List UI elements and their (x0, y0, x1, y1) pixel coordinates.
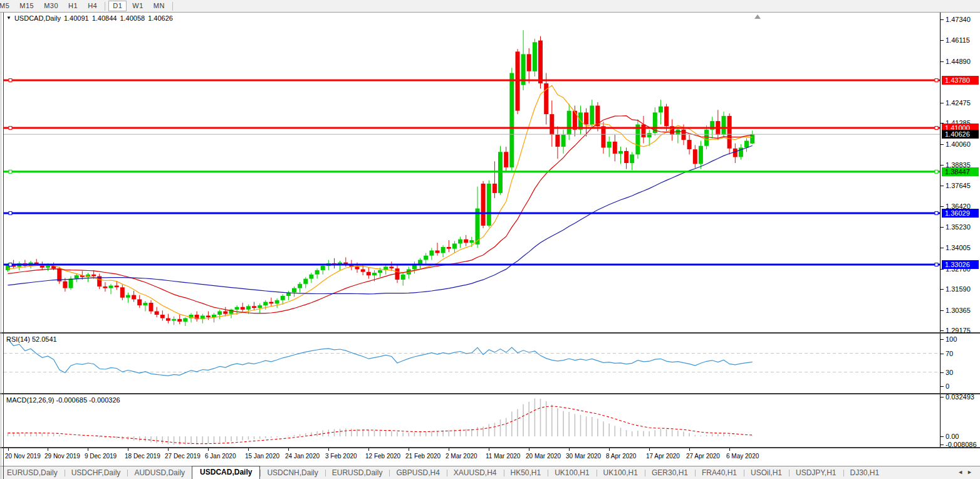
chart-high-value: 1.40844 (92, 14, 117, 22)
mt4-terminal: M5M15M30H1H4D1W1MN ▼ USDCAD,Daily 1.4009… (0, 0, 980, 479)
date-label: 20 Nov 2019 (5, 453, 41, 460)
chart-tab-eurusd-daily[interactable]: EURUSD,Daily (325, 467, 390, 479)
timeframe-button-d1[interactable]: D1 (108, 1, 127, 11)
rsi-tick-label: 100 (946, 335, 957, 344)
timeframe-toolbar: M5M15M30H1H4D1W1MN (0, 0, 980, 13)
time-tick (689, 448, 690, 451)
chart-tab-eurusd-daily[interactable]: EURUSD,Daily (0, 467, 65, 479)
chart-tab-usdcad-daily[interactable]: USDCAD,Daily (192, 466, 260, 479)
ma-line-fast (8, 85, 753, 318)
chart-tab-audusd-daily[interactable]: AUDUSD,Daily (127, 467, 192, 479)
hline-price-label: 1.38447 (942, 167, 979, 176)
timeframe-button-m5[interactable]: M5 (0, 1, 14, 11)
macd-tick-label: 0.032493 (946, 392, 974, 401)
chart-tab-usoil-h1[interactable]: USOil,H1 (744, 467, 789, 479)
window-frame-line (1, 13, 1, 479)
timeframe-button-m15[interactable]: M15 (15, 1, 38, 11)
chart-tab-dj30-h1[interactable]: DJ30,H1 (843, 467, 887, 479)
time-tick (168, 448, 169, 451)
price-tick-label: 1.47340 (946, 15, 971, 24)
axis-tick (941, 206, 944, 207)
macd-plot[interactable] (4, 394, 940, 447)
candlestick-chart[interactable] (4, 13, 940, 332)
rsi-plot[interactable] (4, 334, 940, 393)
date-label: 29 Nov 2019 (44, 453, 80, 460)
chart-tab-usdchf-daily[interactable]: USDCHF,Daily (65, 467, 128, 479)
candles (6, 41, 754, 322)
time-tick (649, 448, 650, 451)
axis-tick (941, 397, 944, 397)
price-tick-label: 1.37645 (946, 181, 971, 190)
tabs-scroll-left-icon[interactable]: ◄ (957, 469, 967, 475)
axis-tick (941, 339, 944, 340)
axis-tick (941, 144, 944, 145)
hline-1.33026[interactable] (4, 263, 940, 266)
chart-tab-bar: EURUSD,DailyUSDCHF,DailyAUDUSD,DailyUSDC… (0, 466, 980, 479)
chart-dropdown-icon[interactable]: ▼ (6, 15, 11, 22)
time-tick (409, 448, 409, 451)
time-tick (248, 448, 249, 451)
timeframe-button-mn[interactable]: MN (149, 1, 169, 11)
rsi-panel[interactable]: RSI(14) 52.0541 (4, 334, 940, 393)
macd-panel[interactable]: MACD(12,26,9) -0.000685 -0.000326 (4, 394, 940, 447)
chart-tab-usdjpy-h1[interactable]: USDJPY,H1 (789, 467, 843, 479)
tabs-scroll-controls: ◄► (957, 469, 976, 475)
axis-tick (941, 445, 944, 445)
axis-tick (941, 269, 944, 270)
chart-window: ▼ USDCAD,Daily 1.40091 1.40844 1.40058 1… (0, 13, 980, 479)
hline-1.43780[interactable] (4, 79, 940, 82)
chart-tab-fra40-h1[interactable]: FRA40,H1 (695, 467, 744, 479)
timeframe-button-m30[interactable]: M30 (39, 1, 63, 11)
rsi-tick-label: 30 (946, 368, 953, 377)
chart-shift-marker-icon[interactable] (754, 14, 761, 19)
date-label: 17 Apr 2020 (646, 453, 680, 460)
toolbar-separator (105, 2, 105, 11)
chart-tab-uk100-h1[interactable]: UK100,H1 (548, 467, 596, 479)
macd-tick-label: 0.00 (946, 432, 959, 441)
candle-wicks (8, 30, 753, 326)
chart-close-value: 1.40626 (148, 14, 173, 22)
date-label: 21 Feb 2020 (405, 453, 440, 460)
timeframe-button-h1[interactable]: H1 (64, 1, 82, 11)
time-tick (8, 448, 9, 451)
date-label: 27 Apr 2020 (686, 453, 720, 460)
time-tick (48, 448, 48, 451)
chart-tab-xauusd-h4[interactable]: XAUUSD,H4 (447, 467, 504, 479)
rsi-axis[interactable]: 10070300 (940, 334, 980, 393)
time-axis[interactable]: 20 Nov 201929 Nov 20199 Dec 201918 Dec 2… (0, 448, 980, 466)
time-tick (449, 448, 449, 451)
timeframe-button-w1[interactable]: W1 (128, 1, 148, 11)
axis-tick (941, 289, 944, 290)
hline-price-label: 1.33026 (942, 260, 979, 269)
price-tick-label: 1.40060 (946, 140, 971, 149)
date-label: 27 Dec 2019 (165, 453, 201, 460)
chart-tab-hk50-h1[interactable]: HK50,H1 (504, 467, 548, 479)
time-tick (208, 448, 209, 451)
time-tick (328, 448, 329, 451)
hline-1.41000[interactable] (4, 127, 940, 130)
price-tick-label: 1.35230 (946, 223, 971, 231)
hline-price-label: 1.43780 (942, 76, 979, 85)
price-axis[interactable]: 1.473401.461151.448901.424751.412851.400… (940, 13, 980, 332)
hline-1.38447[interactable] (4, 170, 940, 173)
axis-tick (941, 310, 944, 311)
chart-tab-uk100-h1[interactable]: UK100,H1 (597, 467, 645, 479)
timeframe-button-h4[interactable]: H4 (83, 1, 102, 11)
price-chart-canvas[interactable]: ▼ USDCAD,Daily 1.40091 1.40844 1.40058 1… (4, 13, 940, 332)
rsi-line (8, 339, 753, 376)
chart-tab-gbpusd-h4[interactable]: GBPUSD,H4 (389, 467, 446, 479)
date-label: 24 Jan 2020 (285, 453, 320, 460)
time-tick (569, 448, 570, 451)
macd-axis[interactable]: 0.0324930.00-0.008086 (940, 394, 980, 447)
time-tick (288, 448, 289, 451)
tabs-scroll-right-icon[interactable]: ► (967, 469, 976, 475)
axis-tick (941, 19, 944, 20)
chart-tab-usdcnh-daily[interactable]: USDCNH,Daily (260, 467, 325, 479)
price-tick-label: 1.44890 (946, 57, 971, 66)
chart-title: ▼ USDCAD,Daily 1.40091 1.40844 1.40058 1… (6, 14, 173, 22)
price-tick-label: 1.34005 (946, 243, 971, 252)
chart-tab-ger30-h1[interactable]: GER30,H1 (645, 467, 695, 479)
macd-histogram (8, 399, 753, 445)
hline-1.36029[interactable] (4, 211, 940, 214)
axis-tick (941, 61, 944, 62)
